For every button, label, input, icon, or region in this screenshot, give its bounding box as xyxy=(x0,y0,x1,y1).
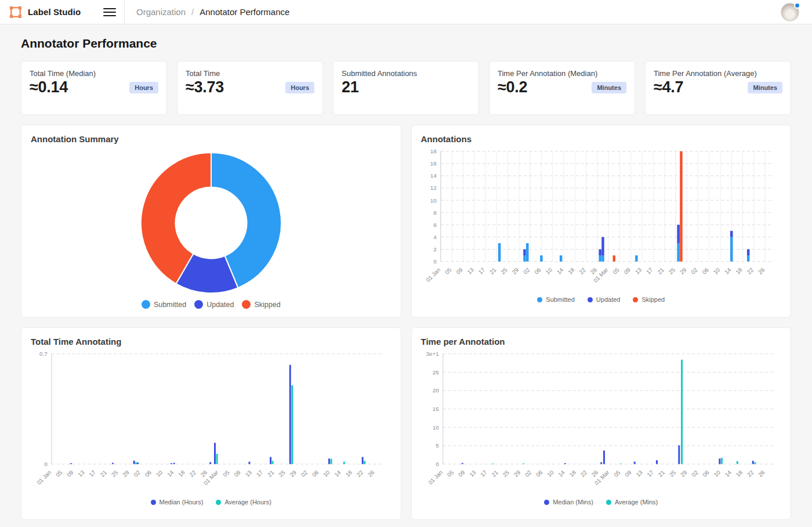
legend-item-updated[interactable]: Updated xyxy=(588,296,621,303)
svg-text:22: 22 xyxy=(356,469,365,478)
legend-dot-submitted xyxy=(142,300,150,309)
brand-box[interactable]: Label Studio xyxy=(0,0,125,24)
svg-text:6: 6 xyxy=(433,222,437,228)
svg-text:25: 25 xyxy=(499,266,509,276)
total-time-annotating-legend: Median (Hours)Average (Hours) xyxy=(31,497,392,507)
svg-text:02: 02 xyxy=(132,469,142,478)
svg-text:8: 8 xyxy=(433,210,437,216)
stat-card-submitted-annotations: Submitted Annotations 21 xyxy=(333,61,479,115)
svg-text:05: 05 xyxy=(222,469,231,478)
label-studio-logo-icon xyxy=(9,6,22,19)
svg-text:0: 0 xyxy=(433,258,437,265)
svg-text:22: 22 xyxy=(578,266,587,276)
svg-text:05: 05 xyxy=(443,266,452,276)
svg-text:10: 10 xyxy=(712,266,721,276)
legend-item-submitted[interactable]: Submitted xyxy=(142,300,186,309)
legend-item-skipped[interactable]: Skipped xyxy=(633,296,665,303)
svg-text:18: 18 xyxy=(734,266,744,276)
stat-card-unit: Hours xyxy=(285,82,314,93)
svg-text:14: 14 xyxy=(430,172,437,179)
svg-text:26: 26 xyxy=(757,469,766,478)
stat-card-value: ≈4.7 xyxy=(654,78,683,96)
svg-text:25: 25 xyxy=(277,469,287,478)
legend-item-average[interactable]: Average (Hours) xyxy=(216,499,271,506)
legend-item-skipped[interactable]: Skipped xyxy=(242,300,280,309)
legend-item-average[interactable]: Average (Mins) xyxy=(606,499,658,506)
svg-text:22: 22 xyxy=(579,469,588,478)
legend-label-updated: Updated xyxy=(596,296,621,303)
svg-text:3e+1: 3e+1 xyxy=(426,351,439,357)
svg-text:17: 17 xyxy=(479,469,488,478)
svg-text:29: 29 xyxy=(510,266,520,276)
svg-text:02: 02 xyxy=(523,469,532,478)
legend-item-submitted[interactable]: Submitted xyxy=(537,296,575,303)
svg-text:5: 5 xyxy=(436,442,439,449)
stat-card-time-per-annotation-median: Time Per Annotation (Median) ≈0.2 Minute… xyxy=(489,61,635,115)
svg-text:05: 05 xyxy=(55,469,64,478)
svg-text:25: 25 xyxy=(432,369,439,376)
svg-text:01 Jan: 01 Jan xyxy=(427,469,444,486)
legend-item-median[interactable]: Median (Hours) xyxy=(151,499,204,506)
annotations-title: Annotations xyxy=(421,134,782,144)
legend-label-skipped: Skipped xyxy=(641,296,665,303)
total-time-annotating-chart: 0.7001 Jan050913172125290206101418222601… xyxy=(31,348,392,497)
main-content: Annotator Performance Total Time (Median… xyxy=(0,37,812,520)
breadcrumb-organization[interactable]: Organization xyxy=(136,7,186,17)
svg-text:14: 14 xyxy=(333,469,342,478)
svg-text:18: 18 xyxy=(567,266,576,276)
svg-text:06: 06 xyxy=(311,469,320,478)
svg-text:02: 02 xyxy=(690,266,699,276)
hamburger-menu-icon[interactable] xyxy=(103,8,116,17)
app-name: Label Studio xyxy=(28,7,81,17)
svg-text:18: 18 xyxy=(430,148,437,154)
stat-card-label: Total Time (Median) xyxy=(30,69,158,78)
annotations-legend: SubmittedUpdatedSkipped xyxy=(421,295,782,304)
svg-text:29: 29 xyxy=(288,469,298,478)
stat-card-value: ≈0.2 xyxy=(498,78,527,96)
svg-text:21: 21 xyxy=(656,266,665,276)
svg-text:06: 06 xyxy=(534,469,543,478)
svg-text:29: 29 xyxy=(679,469,688,478)
stat-card-value: ≈3.73 xyxy=(186,78,224,96)
breadcrumb: Organization / Annotator Performance xyxy=(136,7,289,17)
svg-text:25: 25 xyxy=(501,469,510,478)
svg-text:14: 14 xyxy=(557,469,566,478)
annotation-summary-legend: SubmittedUpdatedSkipped xyxy=(31,299,392,310)
svg-text:10: 10 xyxy=(430,197,437,204)
legend-item-updated[interactable]: Updated xyxy=(194,300,234,309)
svg-text:21: 21 xyxy=(266,469,276,478)
svg-text:21: 21 xyxy=(657,469,666,478)
svg-text:01 Jan: 01 Jan xyxy=(425,266,441,283)
legend-label-submitted: Submitted xyxy=(154,301,186,309)
legend-dot-average xyxy=(216,500,221,505)
stat-card-total-time: Total Time ≈3.73 Hours xyxy=(177,61,323,115)
stat-card-row: Total Time (Median) ≈0.14 Hours Total Ti… xyxy=(21,61,791,115)
svg-text:26: 26 xyxy=(367,469,376,478)
svg-text:2: 2 xyxy=(433,246,437,252)
total-time-annotating-card: Total Time Annotating 0.7001 Jan05091317… xyxy=(21,327,401,520)
svg-text:29: 29 xyxy=(678,266,687,276)
svg-text:18: 18 xyxy=(177,469,186,478)
svg-text:13: 13 xyxy=(633,266,643,276)
annotations-card: Annotations 02468101214161801 Jan0509131… xyxy=(411,125,792,317)
annotation-summary-chart xyxy=(31,144,392,299)
user-avatar[interactable] xyxy=(781,3,799,21)
legend-label-updated: Updated xyxy=(206,301,234,309)
svg-text:25: 25 xyxy=(668,469,677,478)
svg-text:25: 25 xyxy=(667,266,676,276)
svg-text:22: 22 xyxy=(745,266,755,276)
legend-item-median[interactable]: Median (Mins) xyxy=(544,499,593,506)
stat-card-unit: Minutes xyxy=(748,82,782,93)
legend-dot-median xyxy=(151,500,156,505)
svg-text:10: 10 xyxy=(432,424,439,431)
legend-dot-updated xyxy=(194,300,203,309)
svg-text:13: 13 xyxy=(244,469,253,478)
stat-card-total-time-median: Total Time (Median) ≈0.14 Hours xyxy=(21,61,167,115)
svg-text:09: 09 xyxy=(624,469,633,478)
svg-text:09: 09 xyxy=(455,266,464,276)
svg-text:14: 14 xyxy=(166,469,175,478)
svg-text:05: 05 xyxy=(611,266,621,276)
svg-text:0: 0 xyxy=(436,461,439,467)
svg-text:12: 12 xyxy=(430,185,437,191)
legend-label-median: Median (Hours) xyxy=(160,499,204,506)
